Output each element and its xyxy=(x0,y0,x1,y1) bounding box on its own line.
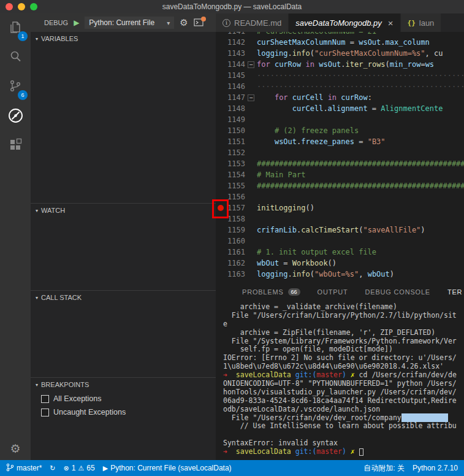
code-text xyxy=(257,147,464,158)
tab-readme[interactable]: i README.md xyxy=(216,13,289,32)
tab-launch-json[interactable]: {} laun xyxy=(401,13,442,32)
breakpoint-gutter[interactable] xyxy=(216,37,224,48)
fold-gutter xyxy=(245,114,257,125)
panel-tab-bar: PROBLEMS 66 OUTPUT DEBUG CONSOLE TER xyxy=(216,283,464,301)
debug-toolbar: DEBUG ▶ Python: Current File ▾ ⚙ xyxy=(31,13,216,32)
code-line[interactable]: 1150 # (2) freeze panels xyxy=(216,125,464,136)
code-text: logging.info("wbOut=%s", wbOut) xyxy=(257,269,464,280)
code-line[interactable]: 1156 xyxy=(216,191,464,202)
breakpoint-gutter[interactable] xyxy=(216,225,224,236)
section-title: VARIABLES xyxy=(41,35,78,42)
close-icon[interactable]: × xyxy=(388,18,394,28)
breakpoint-gutter[interactable] xyxy=(216,70,224,81)
code-line[interactable]: 1162wbOut = Workbook() xyxy=(216,258,464,269)
terminal-line xyxy=(223,431,464,439)
zoom-window-button[interactable] xyxy=(30,3,37,10)
code-line[interactable]: 1146····································… xyxy=(216,81,464,92)
breakpoint-gutter[interactable] xyxy=(216,59,224,70)
checkbox[interactable] xyxy=(41,409,49,416)
tab-problems[interactable]: PROBLEMS 66 xyxy=(242,288,300,296)
code-line[interactable]: 1163logging.info("wbOut=%s", wbOut) xyxy=(216,269,464,280)
code-line[interactable]: 1142curSheetMaxColumnNum = wsOut.max_col… xyxy=(216,37,464,48)
code-line[interactable]: 1143logging.info("curSheetMaxColumnNum=%… xyxy=(216,48,464,59)
breakpoint-gutter[interactable] xyxy=(216,125,224,136)
error-count: 1 xyxy=(72,464,76,472)
tab-output[interactable]: OUTPUT xyxy=(318,288,348,296)
debug-config-dropdown[interactable]: Python: Current File ▾ xyxy=(85,17,174,29)
line-number: 1148 xyxy=(224,103,245,114)
breakpoint-gutter[interactable] xyxy=(216,158,224,169)
section-chevron-icon: ▾ xyxy=(36,36,38,42)
activity-source-control[interactable]: 6 xyxy=(0,72,31,102)
code-line[interactable]: 1148 curCell.alignment = AlignmentCente xyxy=(216,103,464,114)
git-branch-item[interactable]: master* xyxy=(6,463,42,474)
breakpoint-gutter[interactable] xyxy=(216,136,224,147)
tab-debug-console[interactable]: DEBUG CONSOLE xyxy=(365,288,430,296)
breakpoints-body: All Exceptions Uncaught Exceptions xyxy=(31,391,216,460)
line-number: 1152 xyxy=(224,147,245,158)
breakpoint-all-exceptions[interactable]: All Exceptions xyxy=(31,391,216,405)
breakpoint-gutter[interactable] xyxy=(216,169,224,180)
fold-icon[interactable]: − xyxy=(245,59,257,70)
section-chevron-icon: ▾ xyxy=(36,382,38,388)
problems-summary[interactable]: ⊗ 1 ⚠ 65 xyxy=(64,464,95,472)
code-line[interactable]: 1154# Main Part xyxy=(216,169,464,180)
fold-icon[interactable]: − xyxy=(245,92,257,103)
sync-icon[interactable]: ↻ xyxy=(50,464,55,472)
code-editor[interactable]: 1141# curSheetMaxColumnNum = 211142curSh… xyxy=(216,32,464,283)
breakpoint-gutter[interactable] xyxy=(216,92,224,103)
code-line[interactable]: 1157initLogging() xyxy=(216,202,464,213)
auto-attach-item[interactable]: 自动附加: 关 xyxy=(363,463,405,474)
code-line[interactable]: 1158 xyxy=(216,213,464,225)
minimize-window-button[interactable] xyxy=(18,3,25,10)
activity-debug[interactable] xyxy=(0,102,31,131)
tab-terminal[interactable]: TER xyxy=(447,288,462,296)
breakpoint-gutter[interactable] xyxy=(216,180,224,191)
breakpoint-uncaught-exceptions[interactable]: Uncaught Exceptions xyxy=(31,405,216,418)
code-line[interactable]: 1152 xyxy=(216,147,464,158)
debug-console-icon[interactable] xyxy=(194,18,203,27)
python-version-item[interactable]: Python 2.7.10 xyxy=(413,464,458,472)
breakpoint-gutter[interactable] xyxy=(216,32,224,37)
breakpoints-header[interactable]: ▾ BREAKPOINTS xyxy=(31,378,216,391)
breakpoint-gutter[interactable] xyxy=(216,147,224,158)
checkbox[interactable] xyxy=(41,395,49,403)
python-interpreter-item[interactable]: ▶ Python: Current File (saveLocalData) xyxy=(103,464,232,472)
close-window-button[interactable] xyxy=(6,3,13,10)
line-number: 1146 xyxy=(224,81,245,92)
code-line[interactable]: 1149 xyxy=(216,114,464,125)
breakpoint-gutter[interactable] xyxy=(216,48,224,59)
line-number: 1154 xyxy=(224,169,245,180)
activity-search[interactable] xyxy=(0,43,31,72)
watch-header[interactable]: ▾ WATCH xyxy=(31,204,216,217)
readme-file-icon: i xyxy=(222,19,230,27)
call-stack-header[interactable]: ▾ CALL STACK xyxy=(31,291,216,304)
breakpoint-gutter[interactable] xyxy=(216,258,224,269)
code-line[interactable]: 1151 wsOut.freeze_panes = "B3" xyxy=(216,136,464,147)
configure-gear-icon[interactable]: ⚙ xyxy=(180,17,188,28)
code-line[interactable]: 1160 xyxy=(216,236,464,247)
breakpoint-gutter[interactable] xyxy=(216,114,224,125)
breakpoint-gutter[interactable] xyxy=(216,269,224,280)
start-debugging-icon[interactable]: ▶ xyxy=(74,18,79,27)
activity-extensions[interactable] xyxy=(0,131,31,161)
breakpoint-gutter[interactable] xyxy=(216,236,224,247)
code-line[interactable]: 1144−for curRow in wsOut.iter_rows(min_r… xyxy=(216,59,464,70)
code-line[interactable]: 1147− for curCell in curRow: xyxy=(216,92,464,103)
breakpoint-gutter[interactable] xyxy=(216,81,224,92)
code-line[interactable]: 1155####################################… xyxy=(216,180,464,191)
settings-gear-icon[interactable]: ⚙ xyxy=(0,442,31,455)
code-line[interactable]: 1145····································… xyxy=(216,70,464,81)
code-line[interactable]: 1159crifanLib.calcTimeStart("saveAllFile… xyxy=(216,225,464,236)
tab-savedatatomongodb[interactable]: saveDataToMongodb.py × xyxy=(289,13,400,32)
code-line[interactable]: 1141# curSheetMaxColumnNum = 21 xyxy=(216,32,464,37)
code-text: for curCell in curRow: xyxy=(257,92,464,103)
terminal-output[interactable]: archive = _validate_archive(filename) Fi… xyxy=(216,301,464,460)
breakpoint-gutter[interactable] xyxy=(216,247,224,258)
breakpoint-gutter[interactable] xyxy=(216,103,224,114)
variables-header[interactable]: ▾ VARIABLES xyxy=(31,32,216,45)
line-number: 1149 xyxy=(224,114,245,125)
code-line[interactable]: 1161# 1. init output excel file xyxy=(216,247,464,258)
code-line[interactable]: 1153####################################… xyxy=(216,158,464,169)
activity-explorer[interactable]: 1 xyxy=(0,13,31,43)
